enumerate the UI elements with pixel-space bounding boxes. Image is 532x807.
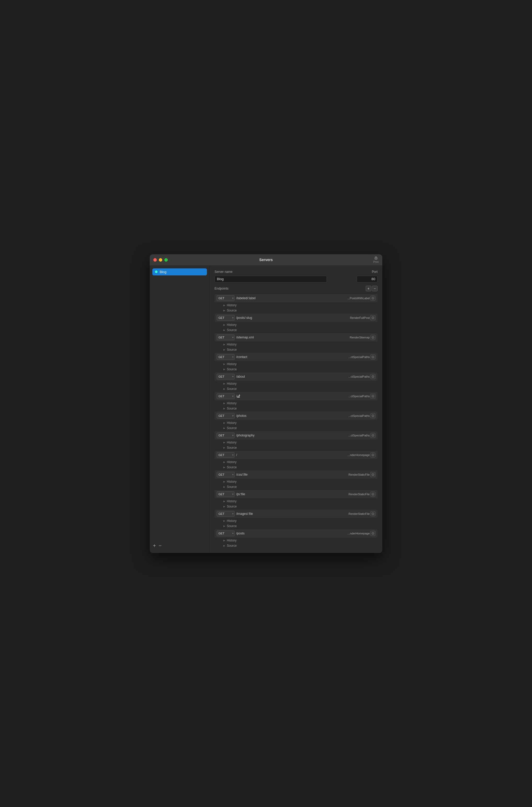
endpoint-sub: ▶ History ▶ Source [214,538,378,548]
endpoint-handler: RenderStaticFile [348,511,376,517]
chevron-right-icon: ▶ [223,309,225,312]
source-item[interactable]: ▶ Source [222,445,378,450]
handler-label: RenderStaticFile [348,493,370,496]
handler-dropdown-button[interactable] [370,335,376,340]
minimize-button[interactable] [159,258,162,262]
chevron-right-icon: ▶ [223,368,225,371]
method-select[interactable]: GET POST PUT DELETE PATCH [216,393,235,399]
handler-label: ...nderHomepage [347,453,370,456]
endpoint-main: GET POST PUT DELETE PATCH ▾ /labeled/:la… [214,294,378,302]
endpoint-handler: ...ctSpecialPaths [348,433,376,438]
history-label: History [227,539,236,542]
close-button[interactable] [153,258,157,262]
history-item[interactable]: ▶ History [222,459,378,465]
endpoint-handler: RenderFullPost [350,315,376,320]
print-button[interactable]: Print [373,256,379,263]
method-select[interactable]: GET POST PUT DELETE PATCH [216,354,235,360]
source-label: Source [227,524,237,528]
fullscreen-button[interactable] [164,258,168,262]
source-item[interactable]: ▶ Source [222,465,378,470]
method-wrapper: GET POST PUT DELETE PATCH ▾ [216,335,235,340]
history-item[interactable]: ▶ History [222,381,378,386]
handler-label: ...nderHomepage [347,532,370,535]
source-item[interactable]: ▶ Source [222,484,378,489]
add-server-button[interactable]: + [153,543,156,548]
history-item[interactable]: ▶ History [222,499,378,504]
method-select[interactable]: GET POST PUT DELETE PATCH [216,295,235,301]
window-title: Servers [259,258,272,262]
endpoint-row: GET POST PUT DELETE PATCH ▾ /sitemap.xml… [214,333,378,352]
chevron-right-icon: ▶ [223,525,225,527]
history-item[interactable]: ▶ History [222,420,378,426]
handler-dropdown-button[interactable] [370,472,376,477]
chevron-right-icon: ▶ [223,323,225,326]
handler-dropdown-button[interactable] [370,531,376,536]
handler-dropdown-button[interactable] [370,433,376,438]
history-item[interactable]: ▶ History [222,303,378,308]
source-item[interactable]: ▶ Source [222,347,378,352]
source-item[interactable]: ▶ Source [222,523,378,529]
remove-endpoint-button[interactable]: − [372,286,378,292]
svg-point-10 [372,434,374,436]
sidebar-item-blog[interactable]: Blog [152,268,207,276]
remove-server-button[interactable]: − [158,543,162,548]
source-label: Source [227,308,237,312]
chevron-right-icon: ▶ [223,407,225,410]
method-select[interactable]: GET POST PUT DELETE PATCH [216,530,235,536]
handler-label: ...ctSpecialPaths [348,434,370,437]
history-item[interactable]: ▶ History [222,538,378,543]
endpoints-list: GET POST PUT DELETE PATCH ▾ /labeled/:la… [214,294,378,548]
svg-rect-1 [375,257,377,258]
source-item[interactable]: ▶ Source [222,543,378,548]
source-label: Source [227,387,237,391]
source-item[interactable]: ▶ Source [222,386,378,392]
handler-dropdown-button[interactable] [370,394,376,399]
source-item[interactable]: ▶ Source [222,406,378,411]
handler-dropdown-button[interactable] [370,413,376,418]
handler-dropdown-button[interactable] [370,374,376,379]
handler-label: ...ctSpecialPaths [348,395,370,398]
chevron-right-icon: ▶ [223,466,225,469]
history-label: History [227,303,236,307]
source-item[interactable]: ▶ Source [222,426,378,431]
source-label: Source [227,407,237,410]
endpoint-sub: ▶ History ▶ Source [214,381,378,392]
add-endpoint-button[interactable]: + [365,286,371,292]
method-select[interactable]: GET POST PUT DELETE PATCH [216,413,235,419]
endpoint-path: /labeled/:label [236,296,346,300]
source-label: Source [227,328,237,332]
method-select[interactable]: GET POST PUT DELETE PATCH [216,511,235,517]
source-item[interactable]: ▶ Source [222,504,378,509]
history-item[interactable]: ▶ History [222,518,378,523]
method-select[interactable]: GET POST PUT DELETE PATCH [216,472,235,477]
history-item[interactable]: ▶ History [222,342,378,347]
history-item[interactable]: ▶ History [222,401,378,406]
endpoint-path: /js/:file [236,492,347,496]
port-input[interactable] [357,276,378,282]
method-select[interactable]: GET POST PUT DELETE PATCH [216,452,235,458]
source-item[interactable]: ▶ Source [222,367,378,372]
history-item[interactable]: ▶ History [222,479,378,484]
handler-dropdown-button[interactable] [370,511,376,517]
handler-dropdown-button[interactable] [370,296,376,301]
endpoint-handler: RenderSitemap [350,335,376,340]
endpoint-sub: ▶ History ▶ Source [214,420,378,431]
history-item[interactable]: ▶ History [222,322,378,327]
endpoint-main: GET POST PUT DELETE PATCH ▾ /posts ...nd… [214,529,378,538]
handler-dropdown-button[interactable] [370,492,376,497]
method-select[interactable]: GET POST PUT DELETE PATCH [216,432,235,438]
method-select[interactable]: GET POST PUT DELETE PATCH [216,491,235,497]
method-select[interactable]: GET POST PUT DELETE PATCH [216,335,235,340]
source-label: Source [227,485,237,489]
handler-dropdown-button[interactable] [370,452,376,457]
source-item[interactable]: ▶ Source [222,308,378,313]
server-name-input[interactable] [214,276,327,282]
method-select[interactable]: GET POST PUT DELETE PATCH [216,315,235,321]
handler-dropdown-button[interactable] [370,315,376,320]
history-item[interactable]: ▶ History [222,440,378,445]
source-item[interactable]: ▶ Source [222,327,378,333]
history-item[interactable]: ▶ History [222,361,378,367]
history-label: History [227,519,236,523]
method-select[interactable]: GET POST PUT DELETE PATCH [216,374,235,379]
handler-dropdown-button[interactable] [370,354,376,360]
